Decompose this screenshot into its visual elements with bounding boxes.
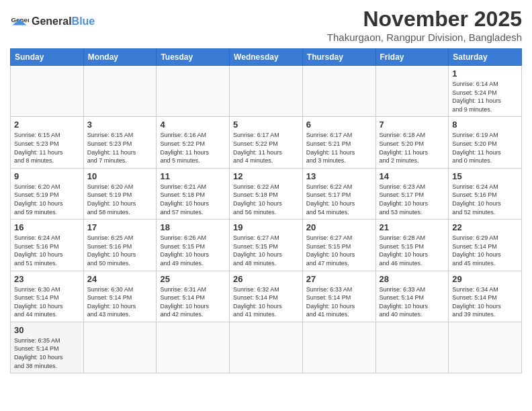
calendar-cell: 24Sunrise: 6:30 AM Sunset: 5:14 PM Dayli… [83,271,157,322]
day-number: 23 [14,274,80,284]
calendar-cell [230,322,303,373]
day-info: Sunrise: 6:33 AM Sunset: 5:14 PM Dayligh… [306,285,372,319]
calendar-cell [375,322,449,373]
day-info: Sunrise: 6:18 AM Sunset: 5:20 PM Dayligh… [380,131,445,165]
calendar-cell [83,66,157,117]
day-info: Sunrise: 6:27 AM Sunset: 5:15 PM Dayligh… [306,234,372,267]
calendar-cell [83,322,157,373]
day-info: Sunrise: 6:21 AM Sunset: 5:18 PM Dayligh… [160,183,226,216]
calendar-cell: 25Sunrise: 6:31 AM Sunset: 5:14 PM Dayli… [157,271,230,322]
day-number: 5 [233,120,299,130]
weekday-header-tuesday: Tuesday [157,49,230,66]
title-block: November 2025 Thakurgaon, Rangpur Divisi… [327,7,522,43]
calendar-cell: 20Sunrise: 6:27 AM Sunset: 5:15 PM Dayli… [302,220,375,271]
logo: General GeneralBlue [10,12,95,31]
calendar-cell: 2Sunrise: 6:15 AM Sunset: 5:23 PM Daylig… [11,117,84,168]
calendar-week-5: 23Sunrise: 6:30 AM Sunset: 5:14 PM Dayli… [11,271,522,322]
day-number: 10 [87,171,153,181]
calendar-cell: 4Sunrise: 6:16 AM Sunset: 5:22 PM Daylig… [157,117,230,168]
day-number: 9 [14,171,80,181]
logo-general: General [32,15,72,27]
calendar-cell: 8Sunrise: 6:19 AM Sunset: 5:20 PM Daylig… [449,117,522,168]
day-number: 1 [452,68,518,79]
day-number: 21 [380,222,445,232]
location-title: Thakurgaon, Rangpur Division, Bangladesh [327,32,522,43]
weekday-header-thursday: Thursday [302,49,375,66]
day-info: Sunrise: 6:25 AM Sunset: 5:16 PM Dayligh… [87,234,153,267]
day-info: Sunrise: 6:30 AM Sunset: 5:14 PM Dayligh… [87,285,153,319]
calendar-cell [230,66,303,117]
calendar-cell: 13Sunrise: 6:22 AM Sunset: 5:17 PM Dayli… [302,168,375,219]
calendar-cell: 9Sunrise: 6:20 AM Sunset: 5:19 PM Daylig… [11,168,84,219]
logo-icon: General [10,12,29,31]
day-info: Sunrise: 6:14 AM Sunset: 5:24 PM Dayligh… [452,80,518,113]
calendar-cell [302,66,375,117]
calendar-cell [449,322,522,373]
day-info: Sunrise: 6:24 AM Sunset: 5:16 PM Dayligh… [452,183,518,216]
calendar-cell: 12Sunrise: 6:22 AM Sunset: 5:18 PM Dayli… [230,168,303,219]
calendar-cell: 14Sunrise: 6:23 AM Sunset: 5:17 PM Dayli… [375,168,449,219]
day-number: 18 [160,222,226,232]
weekday-header-sunday: Sunday [11,49,84,66]
day-info: Sunrise: 6:29 AM Sunset: 5:14 PM Dayligh… [452,234,518,267]
day-number: 24 [87,274,153,284]
calendar-cell [157,322,230,373]
day-number: 6 [306,120,372,130]
calendar-week-2: 2Sunrise: 6:15 AM Sunset: 5:23 PM Daylig… [11,117,522,168]
day-info: Sunrise: 6:22 AM Sunset: 5:17 PM Dayligh… [306,183,372,216]
day-number: 16 [14,222,80,232]
calendar-cell: 1Sunrise: 6:14 AM Sunset: 5:24 PM Daylig… [449,66,522,117]
day-number: 3 [87,120,153,130]
day-number: 7 [380,120,445,130]
calendar-cell: 18Sunrise: 6:26 AM Sunset: 5:15 PM Dayli… [157,220,230,271]
day-info: Sunrise: 6:15 AM Sunset: 5:23 PM Dayligh… [14,131,80,165]
day-info: Sunrise: 6:27 AM Sunset: 5:15 PM Dayligh… [233,234,299,267]
calendar-cell [157,66,230,117]
calendar-cell: 19Sunrise: 6:27 AM Sunset: 5:15 PM Dayli… [230,220,303,271]
calendar-cell: 3Sunrise: 6:15 AM Sunset: 5:23 PM Daylig… [83,117,157,168]
day-info: Sunrise: 6:30 AM Sunset: 5:14 PM Dayligh… [14,285,80,319]
calendar-cell [375,66,449,117]
month-title: November 2025 [327,7,522,32]
day-info: Sunrise: 6:26 AM Sunset: 5:15 PM Dayligh… [160,234,226,267]
day-number: 11 [160,171,226,181]
day-number: 30 [14,325,80,335]
calendar-cell [302,322,375,373]
calendar-cell: 29Sunrise: 6:34 AM Sunset: 5:14 PM Dayli… [449,271,522,322]
day-info: Sunrise: 6:31 AM Sunset: 5:14 PM Dayligh… [160,285,226,319]
day-number: 15 [452,171,518,181]
calendar-cell: 15Sunrise: 6:24 AM Sunset: 5:16 PM Dayli… [449,168,522,219]
weekday-header-friday: Friday [375,49,449,66]
day-number: 12 [233,171,299,181]
day-info: Sunrise: 6:20 AM Sunset: 5:19 PM Dayligh… [14,183,80,216]
weekday-header-row: SundayMondayTuesdayWednesdayThursdayFrid… [11,49,522,66]
day-number: 26 [233,274,299,284]
day-number: 14 [380,171,445,181]
weekday-header-saturday: Saturday [449,49,522,66]
day-number: 13 [306,171,372,181]
day-info: Sunrise: 6:34 AM Sunset: 5:14 PM Dayligh… [452,285,518,319]
weekday-header-monday: Monday [83,49,157,66]
day-info: Sunrise: 6:23 AM Sunset: 5:17 PM Dayligh… [380,183,445,216]
day-number: 28 [380,274,445,284]
calendar-cell: 21Sunrise: 6:28 AM Sunset: 5:15 PM Dayli… [375,220,449,271]
day-info: Sunrise: 6:15 AM Sunset: 5:23 PM Dayligh… [87,131,153,165]
day-info: Sunrise: 6:24 AM Sunset: 5:16 PM Dayligh… [14,234,80,267]
calendar-cell: 26Sunrise: 6:32 AM Sunset: 5:14 PM Dayli… [230,271,303,322]
day-number: 17 [87,222,153,232]
day-info: Sunrise: 6:22 AM Sunset: 5:18 PM Dayligh… [233,183,299,216]
calendar-cell: 16Sunrise: 6:24 AM Sunset: 5:16 PM Dayli… [11,220,84,271]
calendar-cell: 11Sunrise: 6:21 AM Sunset: 5:18 PM Dayli… [157,168,230,219]
weekday-header-wednesday: Wednesday [230,49,303,66]
day-info: Sunrise: 6:17 AM Sunset: 5:21 PM Dayligh… [306,131,372,165]
day-number: 27 [306,274,372,284]
calendar-cell: 10Sunrise: 6:20 AM Sunset: 5:19 PM Dayli… [83,168,157,219]
calendar-cell: 23Sunrise: 6:30 AM Sunset: 5:14 PM Dayli… [11,271,84,322]
day-number: 19 [233,222,299,232]
calendar-cell: 17Sunrise: 6:25 AM Sunset: 5:16 PM Dayli… [83,220,157,271]
day-number: 25 [160,274,226,284]
day-info: Sunrise: 6:33 AM Sunset: 5:14 PM Dayligh… [380,285,445,319]
calendar-cell: 22Sunrise: 6:29 AM Sunset: 5:14 PM Dayli… [449,220,522,271]
day-info: Sunrise: 6:32 AM Sunset: 5:14 PM Dayligh… [233,285,299,319]
day-number: 29 [452,274,518,284]
